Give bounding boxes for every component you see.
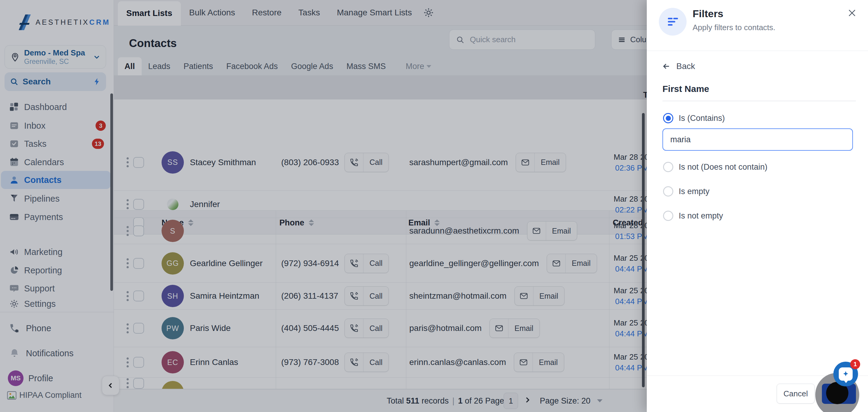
filter-option-3[interactable]: Is empty [663, 186, 710, 196]
filters-subtitle: Apply filters to contacts. [692, 23, 775, 32]
filter-option-2[interactable]: Is not (Does not contain) [663, 162, 767, 172]
panel-divider [647, 51, 868, 51]
radio-selected[interactable] [663, 113, 673, 123]
app-root: AESTHETIXCRM Demo - Med Spa Greenville, … [0, 0, 868, 412]
back-button[interactable]: Back [662, 62, 695, 71]
filters-title: Filters [692, 8, 723, 20]
filter-option-label: Is (Contains) [679, 114, 725, 123]
filters-panel-icon [659, 8, 687, 36]
radio-unselected[interactable] [663, 211, 673, 221]
filters-panel: Filters Apply filters to contacts. Back … [647, 0, 868, 412]
back-label: Back [676, 62, 695, 71]
filter-option-label: Is not (Does not contain) [679, 162, 767, 172]
filter-option-1[interactable]: Is (Contains) [663, 113, 725, 123]
modal-dim-overlay[interactable] [0, 0, 647, 412]
close-icon[interactable] [847, 8, 857, 18]
sparkle-icon [842, 370, 849, 378]
chat-notification-badge: 1 [850, 359, 860, 369]
radio-unselected[interactable] [663, 186, 673, 196]
chat-bubble-icon [839, 368, 852, 381]
field-divider [662, 101, 856, 101]
radio-unselected[interactable] [663, 162, 673, 172]
filter-option-4[interactable]: Is not empty [663, 211, 723, 221]
arrow-left-icon [662, 62, 671, 71]
filter-option-label: Is empty [679, 187, 710, 196]
filter-lines-icon [665, 14, 680, 29]
filter-value-input[interactable] [662, 128, 853, 151]
filter-option-label: Is not empty [679, 211, 723, 221]
filter-field-title: First Name [662, 84, 709, 94]
cancel-button[interactable]: Cancel [777, 384, 815, 404]
